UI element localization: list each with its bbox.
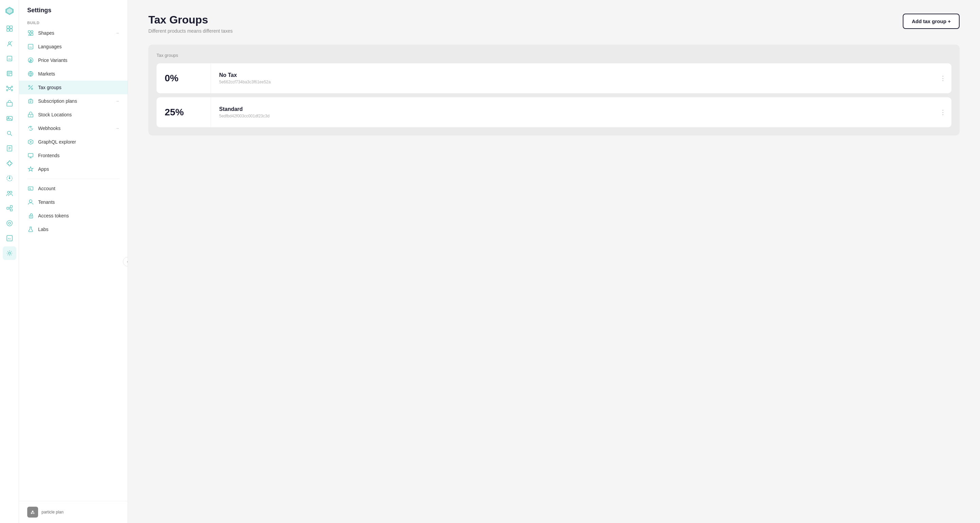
tax-info-standard: Standard 5edfbd42f003cc001df23c3d bbox=[211, 101, 934, 124]
plan-info[interactable]: particle plan bbox=[27, 507, 119, 518]
svg-rect-2 bbox=[7, 26, 9, 28]
sidebar-item-subscription-plans[interactable]: Subscription plans → bbox=[19, 94, 127, 108]
sidebar-item-labs[interactable]: Labs bbox=[19, 223, 127, 236]
tax-percentage-0: 0% bbox=[156, 63, 211, 93]
orders-nav-icon[interactable] bbox=[3, 141, 16, 155]
catalogue-nav-icon[interactable] bbox=[3, 67, 16, 80]
media-nav-icon[interactable] bbox=[3, 111, 16, 125]
svg-rect-30 bbox=[7, 207, 9, 209]
sidebar-item-markets[interactable]: Markets bbox=[19, 67, 127, 81]
sidebar-item-access-tokens[interactable]: Access tokens bbox=[19, 209, 127, 223]
svg-rect-17 bbox=[7, 102, 12, 106]
account-label: Account bbox=[38, 186, 119, 191]
sidebar-item-apps[interactable]: Apps bbox=[19, 162, 127, 176]
svg-point-64 bbox=[33, 512, 35, 514]
discover-nav-icon[interactable] bbox=[3, 216, 16, 230]
sidebar-item-price-variants[interactable]: Price Variants bbox=[19, 53, 127, 67]
access-tokens-label: Access tokens bbox=[38, 213, 119, 218]
svg-rect-57 bbox=[28, 187, 33, 190]
sidebar-title: Settings bbox=[19, 0, 127, 17]
svg-point-34 bbox=[8, 222, 11, 224]
svg-rect-31 bbox=[10, 205, 12, 208]
tenants-icon bbox=[27, 199, 34, 205]
graphql-label: GraphQL explorer bbox=[38, 139, 119, 145]
add-tax-group-button[interactable]: Add tax group + bbox=[903, 14, 959, 29]
svg-point-29 bbox=[10, 191, 12, 193]
products-nav-icon[interactable] bbox=[3, 97, 16, 110]
customers-nav-icon[interactable] bbox=[3, 186, 16, 200]
svg-point-13 bbox=[6, 89, 8, 91]
svg-rect-48 bbox=[29, 100, 33, 103]
svg-point-39 bbox=[31, 31, 33, 33]
frontends-icon bbox=[27, 152, 34, 159]
dashboard-nav-icon[interactable] bbox=[3, 22, 16, 35]
tax-id-1: 5edfbd42f003cc001df23c3d bbox=[219, 114, 926, 118]
tax-menu-0[interactable]: ⋮ bbox=[934, 69, 951, 87]
search-nav-icon[interactable] bbox=[3, 127, 16, 140]
content-nav-icon[interactable]: Ax bbox=[3, 52, 16, 65]
tax-groups-section-label: Tax groups bbox=[156, 53, 951, 58]
svg-rect-55 bbox=[28, 153, 33, 157]
svg-point-47 bbox=[31, 88, 33, 89]
svg-line-21 bbox=[10, 134, 12, 136]
sidebar-item-graphql-explorer[interactable]: GraphQL explorer bbox=[19, 135, 127, 149]
sidebar-item-shapes[interactable]: Shapes → bbox=[19, 26, 127, 40]
svg-point-54 bbox=[30, 141, 31, 143]
svg-rect-32 bbox=[10, 209, 12, 211]
sidebar-item-webhooks[interactable]: Webhooks → bbox=[19, 121, 127, 135]
price-variants-label: Price Variants bbox=[38, 57, 119, 63]
account-icon bbox=[27, 185, 34, 192]
settings-nav-icon[interactable] bbox=[3, 246, 16, 260]
frontends-label: Frontends bbox=[38, 153, 119, 158]
tax-name-0: No Tax bbox=[219, 72, 926, 78]
svg-rect-60 bbox=[29, 215, 33, 218]
integrations-nav-icon[interactable] bbox=[3, 157, 16, 170]
app-logo[interactable] bbox=[3, 4, 16, 18]
svg-text:Ax: Ax bbox=[8, 237, 11, 240]
plan-label: particle plan bbox=[41, 510, 64, 515]
svg-point-6 bbox=[8, 42, 11, 44]
translate-nav-icon[interactable]: Ax bbox=[3, 231, 16, 245]
svg-point-14 bbox=[11, 89, 13, 91]
svg-rect-38 bbox=[28, 31, 30, 33]
svg-rect-3 bbox=[10, 26, 12, 28]
svg-point-11 bbox=[6, 86, 8, 87]
icon-rail: Ax bbox=[0, 0, 19, 523]
sidebar-item-tax-groups[interactable]: Tax groups bbox=[19, 81, 127, 94]
markets-icon bbox=[27, 70, 34, 77]
tax-item-no-tax[interactable]: 0% No Tax 5e662ccf734ba3c3f61ee52a ⋮ bbox=[156, 63, 951, 93]
sidebar-item-tenants[interactable]: Tenants bbox=[19, 196, 127, 209]
nodes-nav-icon[interactable] bbox=[3, 82, 16, 95]
sidebar: Settings Build Shapes → Ax Languages bbox=[19, 0, 128, 523]
subscription-plans-label: Subscription plans bbox=[38, 99, 111, 104]
sidebar-item-frontends[interactable]: Frontends bbox=[19, 149, 127, 162]
tenants-label: Tenants bbox=[38, 199, 119, 205]
stock-locations-icon bbox=[27, 111, 34, 118]
sidebar-item-account[interactable]: Account bbox=[19, 182, 127, 196]
svg-point-46 bbox=[29, 86, 30, 87]
sidebar-collapse-button[interactable]: ‹ bbox=[123, 257, 128, 266]
svg-point-37 bbox=[8, 252, 11, 254]
languages-label: Languages bbox=[38, 44, 119, 49]
flows-nav-icon[interactable] bbox=[3, 202, 16, 215]
tax-item-standard[interactable]: 25% Standard 5edfbd42f003cc001df23c3d ⋮ bbox=[156, 97, 951, 127]
apps-label: Apps bbox=[38, 166, 119, 172]
tax-menu-1[interactable]: ⋮ bbox=[934, 103, 951, 121]
svg-marker-53 bbox=[28, 140, 33, 144]
sidebar-item-languages[interactable]: Ax Languages bbox=[19, 40, 127, 53]
shapes-label: Shapes bbox=[38, 30, 111, 36]
shapes-arrow: → bbox=[115, 31, 119, 35]
markets-label: Markets bbox=[38, 71, 119, 76]
sidebar-divider bbox=[27, 179, 119, 179]
svg-point-63 bbox=[31, 512, 33, 514]
sidebar-item-stock-locations[interactable]: Stock Locations bbox=[19, 108, 127, 121]
svg-rect-5 bbox=[10, 29, 12, 31]
main-content: Tax Groups Different products means diff… bbox=[128, 0, 980, 523]
svg-point-28 bbox=[8, 191, 10, 193]
plan-icon bbox=[27, 507, 38, 518]
analytics-nav-icon[interactable] bbox=[3, 37, 16, 50]
tax-groups-icon bbox=[27, 84, 34, 91]
reports-nav-icon[interactable] bbox=[3, 172, 16, 185]
tax-groups-card: Tax groups 0% No Tax 5e662ccf734ba3c3f61… bbox=[148, 45, 959, 135]
svg-point-20 bbox=[7, 131, 11, 135]
